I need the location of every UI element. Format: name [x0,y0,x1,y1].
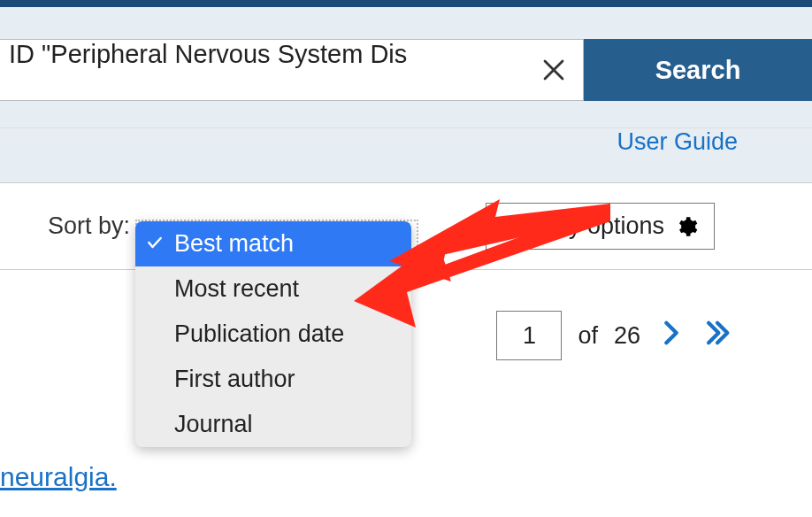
display-options-button[interactable]: Display options [486,203,715,250]
check-icon [146,234,164,251]
top-accent-bar [0,0,812,7]
pager-of-label: of [578,322,598,350]
last-page-button[interactable] [702,318,732,354]
sort-option-label: Most recent [174,275,299,302]
sort-option-journal[interactable]: Journal [135,402,411,447]
gear-icon [675,215,698,238]
sort-option-publication-date[interactable]: Publication date [135,312,411,357]
result-link-fragment[interactable]: neuralgia. [0,462,117,492]
sort-dropdown[interactable]: Best match Most recent Publication date … [135,221,411,447]
search-button[interactable]: Search [584,39,812,101]
tools-row: Sort by: Best match Most recent Publicat… [0,183,812,270]
sort-option-label: Publication date [174,320,344,347]
search-input-container: ID "Peripheral Nervous System Dis [0,39,584,101]
close-icon [540,57,567,83]
sort-option-best-match[interactable]: Best match [135,221,411,266]
sort-option-label: Best match [174,230,294,257]
current-page-input[interactable]: 1 [496,311,562,360]
user-guide-row: User Guide [0,128,812,183]
clear-search-button[interactable] [525,40,583,100]
search-input[interactable]: ID "Peripheral Nervous System Dis [0,40,525,100]
chevron-right-icon [656,318,686,348]
sort-by-label: Sort by: [48,212,130,240]
pager-total-pages: 26 [614,322,640,350]
chevron-double-right-icon [702,318,732,348]
display-options-label: Display options [502,212,664,240]
sort-option-label: Journal [174,411,253,437]
search-bar-row: ID "Peripheral Nervous System Dis Search [0,7,812,128]
user-guide-link[interactable]: User Guide [617,128,738,155]
sort-option-label: First author [174,366,295,392]
next-page-button[interactable] [656,318,686,354]
sort-option-most-recent[interactable]: Most recent [135,266,411,312]
sort-option-first-author[interactable]: First author [135,357,411,402]
